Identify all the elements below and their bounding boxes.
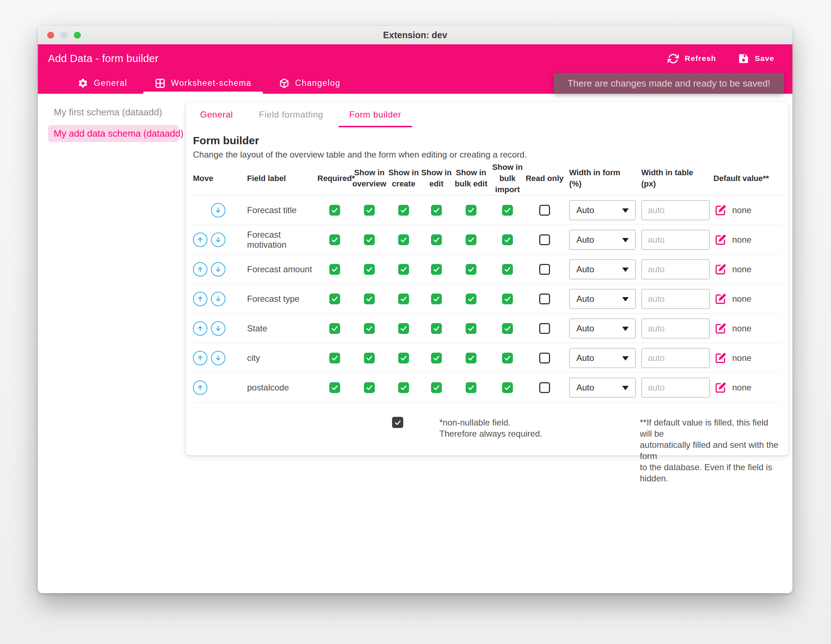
show-in-overview-checkbox[interactable] bbox=[364, 294, 375, 304]
show-in-create-checkbox[interactable] bbox=[398, 234, 409, 245]
show-in-edit-checkbox[interactable] bbox=[431, 264, 442, 275]
show-in-overview-checkbox[interactable] bbox=[364, 382, 375, 393]
schema-tab-bar: GeneralField formattingForm builder bbox=[186, 102, 788, 127]
show-in-overview-checkbox[interactable] bbox=[364, 205, 375, 216]
non-nullable-checkbox[interactable] bbox=[392, 417, 403, 428]
width-in-form-select[interactable]: Auto bbox=[569, 259, 636, 280]
show-in-bulk-import-checkbox[interactable] bbox=[502, 353, 513, 364]
close-window-button[interactable] bbox=[47, 32, 54, 38]
show-in-edit-checkbox[interactable] bbox=[431, 205, 442, 216]
show-in-bulk-edit-checkbox[interactable] bbox=[466, 323, 476, 334]
show-in-bulk-edit-checkbox[interactable] bbox=[466, 205, 476, 216]
width-in-form-select[interactable]: Auto bbox=[569, 200, 636, 220]
zoom-window-button[interactable] bbox=[74, 32, 81, 38]
show-in-bulk-edit-checkbox[interactable] bbox=[466, 294, 476, 304]
app-tab-general[interactable]: General bbox=[75, 73, 129, 94]
width-in-table-input[interactable] bbox=[641, 230, 710, 250]
sidebar-item-my-add-data-schema-dataadd[interactable]: My add data schema (dataadd) bbox=[48, 125, 178, 142]
show-in-edit-checkbox[interactable] bbox=[431, 294, 442, 304]
move-down-button[interactable] bbox=[211, 262, 225, 277]
show-in-bulk-edit-checkbox[interactable] bbox=[466, 382, 476, 393]
required-checkbox[interactable] bbox=[329, 264, 340, 275]
app-tab-worksheet-schema[interactable]: Worksheet-schema bbox=[153, 73, 253, 94]
show-in-overview-checkbox[interactable] bbox=[364, 264, 375, 275]
show-in-edit-checkbox[interactable] bbox=[431, 382, 442, 393]
width-in-form-value: Auto bbox=[576, 235, 594, 245]
show-in-overview-checkbox[interactable] bbox=[364, 234, 375, 245]
schema-tab-field-formatting[interactable]: Field formatting bbox=[259, 102, 323, 127]
show-in-edit-checkbox[interactable] bbox=[431, 234, 442, 245]
read-only-checkbox[interactable] bbox=[539, 205, 550, 216]
width-in-form-select[interactable]: Auto bbox=[569, 348, 636, 368]
width-in-form-select[interactable]: Auto bbox=[569, 289, 636, 309]
default-value-edit-button[interactable] bbox=[715, 352, 726, 364]
width-in-form-value: Auto bbox=[576, 205, 594, 215]
show-in-create-checkbox[interactable] bbox=[398, 323, 409, 334]
default-value-edit-button[interactable] bbox=[715, 293, 726, 304]
width-in-table-input[interactable] bbox=[641, 289, 710, 309]
move-up-button[interactable] bbox=[193, 292, 207, 306]
width-in-table-input[interactable] bbox=[641, 377, 710, 398]
width-in-form-select[interactable]: Auto bbox=[569, 318, 636, 339]
read-only-checkbox[interactable] bbox=[539, 382, 550, 393]
move-down-button[interactable] bbox=[211, 232, 225, 247]
show-in-overview-checkbox[interactable] bbox=[364, 323, 375, 334]
default-value-edit-button[interactable] bbox=[715, 382, 726, 393]
show-in-bulk-edit-checkbox[interactable] bbox=[466, 234, 476, 245]
app-tab-changelog[interactable]: Changelog bbox=[277, 73, 343, 94]
width-in-form-select[interactable]: Auto bbox=[569, 230, 636, 250]
move-up-button[interactable] bbox=[193, 321, 207, 336]
show-in-bulk-edit-checkbox[interactable] bbox=[466, 264, 476, 275]
move-down-button[interactable] bbox=[211, 292, 225, 306]
required-checkbox[interactable] bbox=[329, 353, 340, 364]
show-in-bulk-edit-checkbox[interactable] bbox=[466, 353, 476, 364]
required-checkbox[interactable] bbox=[329, 234, 340, 245]
show-in-create-checkbox[interactable] bbox=[398, 382, 409, 393]
read-only-checkbox[interactable] bbox=[539, 264, 550, 275]
read-only-checkbox[interactable] bbox=[539, 323, 550, 334]
show-in-edit-checkbox[interactable] bbox=[431, 323, 442, 334]
show-in-bulk-import-checkbox[interactable] bbox=[502, 264, 513, 275]
read-only-checkbox[interactable] bbox=[539, 234, 550, 245]
width-in-form-select[interactable]: Auto bbox=[569, 377, 636, 398]
required-checkbox[interactable] bbox=[329, 323, 340, 334]
show-in-bulk-import-checkbox[interactable] bbox=[502, 234, 513, 245]
table-row-forecast-motivation: Forecast motivationAutonone bbox=[193, 225, 781, 254]
default-value-edit-button[interactable] bbox=[715, 204, 726, 216]
required-checkbox[interactable] bbox=[329, 294, 340, 304]
move-down-button[interactable] bbox=[211, 203, 225, 218]
read-only-checkbox[interactable] bbox=[539, 294, 550, 304]
save-button[interactable]: Save bbox=[738, 53, 774, 64]
minimize-window-button[interactable] bbox=[60, 32, 67, 38]
width-in-table-input[interactable] bbox=[641, 318, 710, 339]
move-up-button[interactable] bbox=[193, 262, 207, 277]
show-in-create-checkbox[interactable] bbox=[398, 294, 409, 304]
default-value-edit-button[interactable] bbox=[715, 264, 726, 275]
required-checkbox[interactable] bbox=[329, 205, 340, 216]
move-down-button[interactable] bbox=[211, 351, 225, 365]
schema-tab-form-builder[interactable]: Form builder bbox=[349, 102, 401, 127]
move-up-button[interactable] bbox=[193, 380, 207, 395]
move-up-button[interactable] bbox=[193, 232, 207, 247]
show-in-bulk-import-checkbox[interactable] bbox=[502, 382, 513, 393]
default-value-edit-button[interactable] bbox=[715, 323, 726, 334]
show-in-create-checkbox[interactable] bbox=[398, 353, 409, 364]
schema-tab-general[interactable]: General bbox=[200, 102, 233, 127]
show-in-bulk-import-checkbox[interactable] bbox=[502, 205, 513, 216]
show-in-create-checkbox[interactable] bbox=[398, 264, 409, 275]
width-in-table-input[interactable] bbox=[641, 348, 710, 368]
show-in-bulk-import-checkbox[interactable] bbox=[502, 294, 513, 304]
width-in-table-input[interactable] bbox=[641, 200, 710, 220]
width-in-table-input[interactable] bbox=[641, 259, 710, 280]
refresh-button[interactable]: Refresh bbox=[668, 53, 716, 64]
show-in-overview-checkbox[interactable] bbox=[364, 353, 375, 364]
default-value-edit-button[interactable] bbox=[715, 234, 726, 245]
read-only-checkbox[interactable] bbox=[539, 353, 550, 364]
show-in-create-checkbox[interactable] bbox=[398, 205, 409, 216]
required-checkbox[interactable] bbox=[329, 382, 340, 393]
show-in-bulk-import-checkbox[interactable] bbox=[502, 323, 513, 334]
move-up-button[interactable] bbox=[193, 351, 207, 365]
show-in-edit-checkbox[interactable] bbox=[431, 353, 442, 364]
move-down-button[interactable] bbox=[211, 321, 225, 336]
sidebar-item-my-first-schema-dataadd[interactable]: My first schema (dataadd) bbox=[48, 104, 178, 121]
